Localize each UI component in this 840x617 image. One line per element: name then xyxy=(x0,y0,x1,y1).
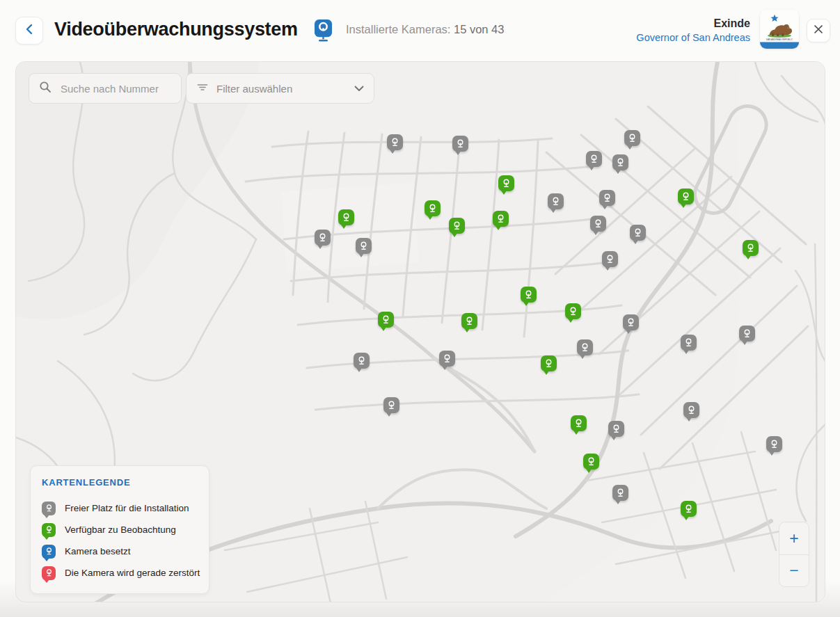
flag-caption: SAN ANDREAS REPUBLIC xyxy=(766,38,793,41)
camera-marker-available[interactable] xyxy=(681,501,697,517)
camera-marker-free[interactable] xyxy=(683,402,699,418)
san-andreas-flag: SAN ANDREAS REPUBLIC xyxy=(760,10,799,49)
filter-label: Filter auswählen xyxy=(216,83,347,95)
camera-marker-free[interactable] xyxy=(612,154,628,170)
legend-label: Freier Platz für die Installation xyxy=(65,503,189,513)
map-legend: KARTENLEGENDE Freier Platz für die Insta… xyxy=(30,465,209,594)
camera-marker-available[interactable] xyxy=(498,175,514,191)
camera-marker-available[interactable] xyxy=(678,189,694,205)
map-panel: Filter auswählen KARTENLEGENDE Freier Pl… xyxy=(15,61,825,602)
camera-marker-free[interactable] xyxy=(577,339,593,355)
chevron-down-icon xyxy=(354,82,364,95)
camera-marker-free[interactable] xyxy=(623,314,639,330)
camera-icon xyxy=(314,19,333,42)
camera-marker-available[interactable] xyxy=(449,218,465,234)
camera-marker-available[interactable] xyxy=(378,312,394,328)
camera-marker-available[interactable] xyxy=(461,313,477,329)
camera-marker-free[interactable] xyxy=(766,436,782,452)
camera-marker-free[interactable] xyxy=(439,351,455,367)
user-role: Governor of San Andreas xyxy=(636,31,750,45)
legend-pin-destroying xyxy=(42,566,56,580)
installed-cameras-counter: Installierte Kameras: 15 von 43 xyxy=(346,23,504,36)
filter-dropdown[interactable]: Filter auswählen xyxy=(186,73,374,104)
legend-item-available: Verfügbar zu Beobachtung xyxy=(42,519,198,540)
back-button[interactable] xyxy=(15,17,43,45)
user-info: Exinde Governor of San Andreas xyxy=(636,16,750,45)
close-button[interactable] xyxy=(807,19,830,42)
camera-marker-free[interactable] xyxy=(602,251,618,267)
camera-marker-available[interactable] xyxy=(571,415,587,431)
camera-marker-free[interactable] xyxy=(630,225,646,241)
camera-marker-available[interactable] xyxy=(541,355,557,371)
camera-marker-free[interactable] xyxy=(612,485,628,501)
legend-title: KARTENLEGENDE xyxy=(42,477,198,488)
legend-label: Verfügbar zu Beobachtung xyxy=(65,524,176,535)
camera-marker-free[interactable] xyxy=(739,326,755,342)
header: Videoüberwachungssystem Installierte Kam… xyxy=(0,0,840,61)
legend-item-destroying: Die Kamera wird gerade zerstört xyxy=(42,562,198,584)
user-name: Exinde xyxy=(636,16,750,31)
camera-marker-free[interactable] xyxy=(599,190,615,206)
search-input[interactable] xyxy=(59,82,171,95)
legend-item-free: Freier Platz für die Installation xyxy=(42,497,198,519)
search-box xyxy=(29,73,182,104)
close-icon xyxy=(814,24,823,37)
zoom-out-button[interactable]: − xyxy=(779,554,809,586)
camera-marker-free[interactable] xyxy=(548,193,564,209)
camera-marker-free[interactable] xyxy=(387,134,403,150)
camera-marker-free[interactable] xyxy=(586,151,602,167)
camera-marker-available[interactable] xyxy=(743,240,759,256)
installed-cameras-value: 15 von 43 xyxy=(454,23,504,35)
camera-marker-free[interactable] xyxy=(624,130,640,146)
camera-marker-available[interactable] xyxy=(493,211,509,227)
camera-marker-available[interactable] xyxy=(521,287,537,303)
legend-items: Freier Platz für die InstallationVerfügb… xyxy=(42,497,198,584)
filter-icon xyxy=(196,81,209,95)
camera-marker-available[interactable] xyxy=(425,200,441,216)
zoom-in-button[interactable]: + xyxy=(779,522,809,554)
camera-marker-free[interactable] xyxy=(452,136,468,152)
camera-marker-available[interactable] xyxy=(338,209,354,225)
legend-label: Die Kamera wird gerade zerstört xyxy=(65,568,200,578)
legend-pin-available xyxy=(42,523,56,537)
legend-pin-occupied xyxy=(42,545,56,559)
camera-marker-free[interactable] xyxy=(590,216,606,232)
camera-marker-free[interactable] xyxy=(315,230,331,246)
camera-marker-available[interactable] xyxy=(583,454,599,470)
camera-marker-free[interactable] xyxy=(608,421,624,437)
zoom-controls: + − xyxy=(779,522,809,587)
legend-pin-free xyxy=(42,502,56,515)
legend-item-occupied: Kamera besetzt xyxy=(42,540,198,562)
camera-marker-free[interactable] xyxy=(681,335,697,351)
page-title: Videoüberwachungssystem xyxy=(54,19,298,40)
search-icon xyxy=(39,81,51,96)
legend-label: Kamera besetzt xyxy=(65,546,131,556)
camera-marker-free[interactable] xyxy=(354,353,370,369)
camera-marker-available[interactable] xyxy=(565,303,581,319)
chevron-left-icon xyxy=(24,23,35,38)
camera-marker-free[interactable] xyxy=(383,397,399,413)
installed-cameras-label: Installierte Kameras: xyxy=(346,23,450,35)
camera-marker-free[interactable] xyxy=(356,238,372,254)
